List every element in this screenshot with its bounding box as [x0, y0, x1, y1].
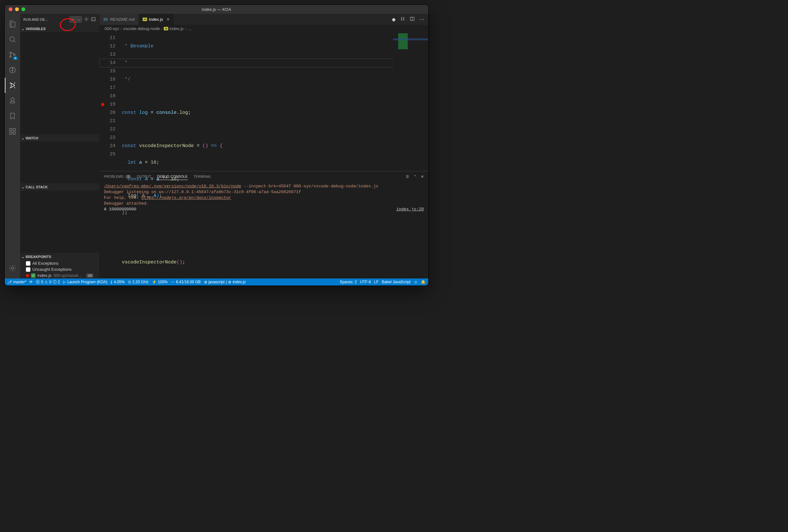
filter-icon[interactable]: ☰ — [406, 175, 409, 179]
chevron-down-icon: ⌄ — [76, 18, 82, 21]
window-close-button[interactable] — [8, 7, 13, 11]
compare-icon[interactable] — [400, 16, 405, 23]
window-minimize-button[interactable] — [15, 7, 19, 11]
tab-index-js[interactable]: JS index.js ✕ — [139, 14, 174, 25]
bookmark-icon[interactable] — [5, 109, 20, 124]
debug-sidebar: RUN AND DE… ▷ ⌄ ⌄ VARIABLES — [20, 14, 99, 278]
svg-rect-10 — [13, 129, 15, 131]
svg-rect-13 — [92, 17, 95, 21]
error-icon: ⓧ — [36, 279, 40, 285]
minimap[interactable] — [393, 32, 428, 171]
svg-point-12 — [86, 19, 87, 20]
checkbox-icon[interactable] — [26, 261, 31, 266]
js-icon: JS — [164, 27, 168, 31]
play-icon: ▷ — [63, 280, 66, 284]
play-icon: ▷ — [70, 17, 76, 21]
info-icon: ⓘ — [53, 279, 57, 285]
variables-header[interactable]: ⌄ VARIABLES — [20, 25, 99, 32]
collapse-icon[interactable]: ⌃ — [414, 175, 416, 179]
status-branch[interactable]: ⎇master* — [7, 280, 26, 284]
breakpoint-all-exceptions[interactable]: All Exceptions — [20, 260, 99, 266]
svg-rect-9 — [13, 132, 15, 134]
debug-settings-gear-icon[interactable] — [84, 17, 89, 22]
svg-point-11 — [12, 267, 14, 269]
svg-point-6 — [11, 98, 14, 101]
callstack-section: ⌄ CALL STACK — [20, 183, 99, 253]
debug-console-toggle-icon[interactable] — [91, 17, 96, 22]
settings-gear-icon[interactable] — [5, 260, 20, 276]
breadcrumb[interactable]: 000-xyz › vscode-debug-node › JS index.j… — [99, 25, 428, 32]
console-source-link[interactable]: index.js:20 — [396, 206, 424, 212]
window-title: index.js — KOA — [202, 7, 231, 12]
js-icon: JS — [143, 18, 147, 21]
editor-area: M↓ README.md JS index.js ✕ ◆ ⋯ 000-xyz › — [99, 14, 428, 278]
status-sync[interactable]: ⟳ — [29, 280, 33, 284]
git-lens-icon[interactable] — [5, 93, 20, 109]
watch-section: ⌄ WATCH — [20, 134, 99, 183]
checkbox-checked-icon[interactable]: ✓ — [31, 273, 36, 278]
svg-point-5 — [12, 68, 13, 69]
status-bell-icon[interactable]: 🔔 — [421, 280, 426, 284]
scm-badge: 5 — [13, 57, 18, 60]
variables-section: ⌄ VARIABLES — [20, 25, 99, 134]
window-maximize-button[interactable] — [21, 7, 25, 11]
breakpoints-header[interactable]: ⌄ BREAKPOINTS — [20, 253, 99, 260]
status-problems[interactable]: ⓧ0 ⚠0 ⓘ2 — [36, 279, 60, 285]
svg-rect-8 — [9, 132, 12, 134]
warning-icon: ⚠ — [44, 280, 48, 284]
svg-point-0 — [10, 37, 14, 41]
status-feedback-icon[interactable]: ☺ — [414, 280, 418, 284]
breakpoints-section: ⌄ BREAKPOINTS All Exceptions Uncaught Ex… — [20, 253, 99, 278]
watch-header[interactable]: ⌄ WATCH — [20, 135, 99, 142]
close-panel-icon[interactable]: ✕ — [421, 175, 424, 179]
start-debugging-button[interactable]: ▷ ⌄ — [70, 16, 82, 23]
breakpoint-dot-icon — [26, 274, 29, 277]
pulse-icon: ⫿ — [111, 280, 113, 284]
split-editor-icon[interactable] — [410, 16, 415, 23]
svg-rect-7 — [9, 129, 12, 131]
search-icon[interactable] — [5, 32, 20, 47]
svg-point-2 — [10, 56, 12, 58]
git-graph-icon[interactable] — [5, 62, 20, 78]
more-icon[interactable]: ⋯ — [419, 16, 425, 22]
breakpoint-uncaught-exceptions[interactable]: Uncaught Exceptions — [20, 266, 99, 272]
status-launch[interactable]: ▷Launch Program (KOA) — [63, 280, 107, 284]
titlebar: index.js — KOA — [5, 5, 428, 14]
explorer-icon[interactable] — [5, 16, 20, 32]
extensions-icon[interactable] — [5, 124, 20, 139]
editor-tabs: M↓ README.md JS index.js ✕ ◆ ⋯ — [99, 14, 428, 25]
close-icon[interactable]: ✕ — [166, 17, 170, 22]
code-content[interactable]: * @example * */ const log = console.log;… — [122, 32, 393, 171]
run-debug-icon[interactable] — [5, 78, 20, 93]
chevron-down-icon: ⌄ — [21, 185, 24, 189]
chevron-down-icon: ⌄ — [21, 136, 24, 140]
code-editor[interactable]: 11 12 13 14 15 16 17 18 19 20 21 22 23 2… — [99, 32, 428, 171]
breakpoint-dot-icon[interactable] — [101, 103, 104, 106]
tab-readme[interactable]: M↓ README.md — [99, 14, 139, 25]
checkbox-icon[interactable] — [26, 267, 31, 272]
sidebar-title: RUN AND DE… — [23, 18, 67, 21]
sync-icon: ⟳ — [29, 280, 33, 284]
breakpoint-file[interactable]: ✓ index.js 000-xyz/vscod… 19 — [20, 272, 99, 278]
branch-icon: ⎇ — [7, 280, 12, 284]
callstack-header[interactable]: ⌄ CALL STACK — [20, 183, 99, 191]
activity-bar: 5 — [5, 14, 20, 278]
database-icon[interactable]: ◆ — [392, 16, 396, 22]
line-gutter: 11 12 13 14 15 16 17 18 19 20 21 22 23 2… — [99, 32, 122, 171]
source-control-icon[interactable]: 5 — [5, 47, 20, 62]
svg-point-1 — [10, 52, 12, 54]
chevron-down-icon: ⌄ — [21, 255, 24, 259]
markdown-icon: M↓ — [103, 18, 108, 21]
chevron-down-icon: ⌄ — [21, 27, 24, 31]
